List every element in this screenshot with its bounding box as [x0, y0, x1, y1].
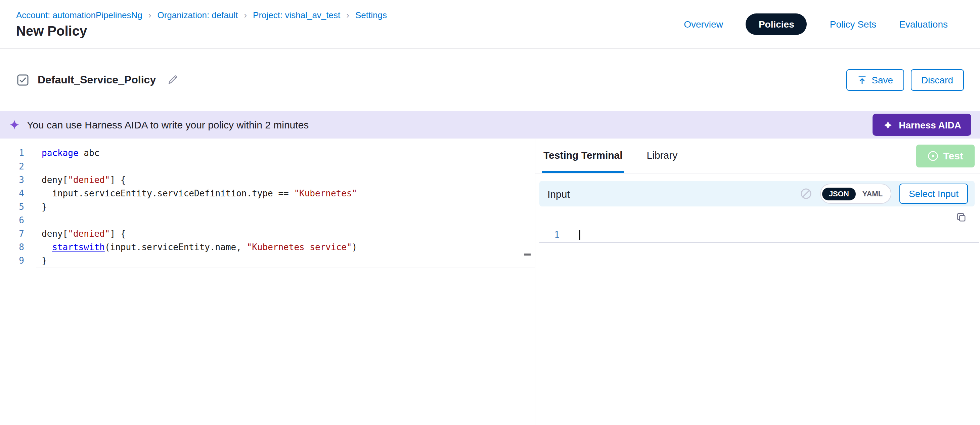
- test-button-label: Test: [943, 150, 963, 161]
- testing-panel: Testing TerminalLibrary Test Input: [535, 139, 980, 425]
- line-number: 9: [0, 254, 27, 268]
- input-bar-controls: JSONYAML Select Input: [800, 184, 968, 204]
- edit-name-icon[interactable]: [167, 74, 179, 86]
- policy-name: Default_Service_Policy: [38, 74, 156, 86]
- format-option-yaml[interactable]: YAML: [856, 187, 889, 200]
- input-section-bar: Input JSONYAML Select Input: [539, 181, 975, 206]
- code-line-text: package abc: [41, 147, 99, 160]
- testing-panel-tabs-row: Testing TerminalLibrary Test: [535, 139, 980, 174]
- clear-input-icon[interactable]: [800, 188, 812, 200]
- tab-library[interactable]: Library: [646, 139, 679, 173]
- code-line[interactable]: 6: [0, 214, 535, 227]
- code-line-text: deny["denied"] {: [41, 174, 126, 187]
- aida-banner-message: You can use Harness AIDA to write your p…: [27, 119, 309, 131]
- page-title: New Policy: [16, 24, 387, 38]
- policy-check-icon: [16, 73, 30, 87]
- policy-code-editor[interactable]: 1package abc23deny["denied"] {4 input.se…: [0, 139, 535, 425]
- breadcrumb-item[interactable]: Organization: default: [157, 10, 238, 20]
- policy-toolbar: Default_Service_Policy Save Discard: [0, 49, 980, 111]
- discard-button[interactable]: Discard: [910, 69, 964, 91]
- breadcrumb-item[interactable]: Settings: [355, 10, 387, 20]
- aida-button-sparkle-icon: [883, 119, 893, 130]
- toolbar-actions: Save Discard: [846, 69, 964, 91]
- breadcrumb-item[interactable]: Account: automationPipelinesNg: [16, 10, 142, 20]
- policy-editor-page: Account: automationPipelinesNg›Organizat…: [0, 0, 980, 425]
- tabs-spacer: [700, 139, 916, 173]
- input-editor-line[interactable]: 1: [539, 228, 979, 243]
- line-number: 3: [0, 174, 27, 187]
- line-number: 1: [0, 147, 27, 160]
- line-number: 7: [0, 227, 27, 241]
- nav-evaluations[interactable]: Evaluations: [899, 19, 948, 30]
- code-line-text: startswith(input.serviceEntity.name, "Ku…: [41, 241, 357, 254]
- breadcrumb-separator: ›: [148, 10, 151, 20]
- aida-banner: You can use Harness AIDA to write your p…: [0, 111, 980, 139]
- breadcrumb: Account: automationPipelinesNg›Organizat…: [16, 10, 387, 20]
- breadcrumb-item[interactable]: Project: vishal_av_test: [253, 10, 340, 20]
- test-button[interactable]: Test: [916, 144, 975, 167]
- format-toggle: JSONYAML: [820, 184, 891, 204]
- play-circle-icon: [928, 150, 939, 161]
- policy-code-lines: 1package abc23deny["denied"] {4 input.se…: [0, 147, 535, 268]
- code-line-text: }: [41, 254, 47, 268]
- input-section-label: Input: [547, 188, 570, 200]
- breadcrumb-separator: ›: [244, 10, 247, 20]
- input-editor[interactable]: 1: [535, 206, 980, 425]
- line-number: 8: [0, 241, 27, 254]
- input-line-number: 1: [539, 228, 562, 242]
- save-upload-icon: [857, 75, 867, 85]
- code-line[interactable]: 4 input.serviceEntity.serviceDefinition.…: [0, 187, 535, 200]
- select-input-button[interactable]: Select Input: [899, 184, 968, 204]
- header-nav: OverviewPoliciesPolicy SetsEvaluations: [684, 13, 948, 35]
- code-line[interactable]: 2: [0, 160, 535, 174]
- aida-banner-message-wrap: You can use Harness AIDA to write your p…: [9, 119, 309, 131]
- header-left: Account: automationPipelinesNg›Organizat…: [16, 10, 387, 38]
- text-caret: [579, 230, 580, 240]
- harness-aida-button[interactable]: Harness AIDA: [873, 113, 971, 136]
- line-number: 4: [0, 187, 27, 200]
- code-line[interactable]: 9}: [0, 254, 535, 268]
- code-line[interactable]: 8 startswith(input.serviceEntity.name, "…: [0, 241, 535, 254]
- nav-policy-sets[interactable]: Policy Sets: [830, 19, 877, 30]
- select-input-label: Select Input: [909, 188, 959, 199]
- breadcrumb-separator: ›: [346, 10, 349, 20]
- nav-overview[interactable]: Overview: [684, 19, 723, 30]
- line-number: 6: [0, 214, 27, 227]
- aida-button-label: Harness AIDA: [899, 119, 961, 130]
- policy-identity: Default_Service_Policy: [16, 73, 179, 87]
- code-line-text: }: [41, 200, 47, 214]
- save-button-label: Save: [872, 75, 893, 85]
- code-line-text: input.serviceEntity.serviceDefinition.ty…: [41, 187, 357, 200]
- nav-policies[interactable]: Policies: [746, 13, 807, 35]
- save-button[interactable]: Save: [846, 69, 904, 91]
- page-header: Account: automationPipelinesNg›Organizat…: [0, 0, 980, 49]
- tab-testing-terminal[interactable]: Testing Terminal: [542, 139, 624, 173]
- current-line-rule: [36, 268, 535, 268]
- code-line[interactable]: 5}: [0, 200, 535, 214]
- overview-ruler-cursor-mark: [524, 254, 531, 256]
- code-line[interactable]: 1package abc: [0, 147, 535, 160]
- copy-icon[interactable]: [956, 212, 967, 222]
- testing-panel-tabs: Testing TerminalLibrary: [542, 139, 700, 173]
- code-line[interactable]: 3deny["denied"] {: [0, 174, 535, 187]
- format-option-json[interactable]: JSON: [822, 187, 856, 200]
- code-line[interactable]: 7deny["denied"] {: [0, 227, 535, 241]
- line-number: 2: [0, 160, 27, 174]
- aida-sparkle-icon: [9, 119, 20, 131]
- discard-button-label: Discard: [921, 75, 953, 85]
- main-content: 1package abc23deny["denied"] {4 input.se…: [0, 139, 980, 425]
- code-line-text: deny["denied"] {: [41, 227, 126, 241]
- line-number: 5: [0, 200, 27, 214]
